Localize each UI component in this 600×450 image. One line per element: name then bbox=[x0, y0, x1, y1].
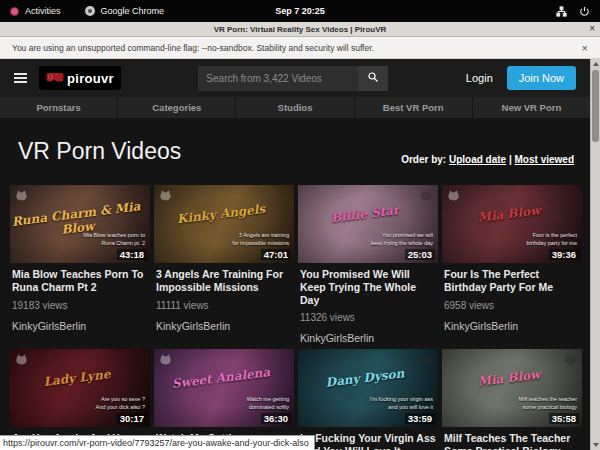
menu-icon[interactable] bbox=[14, 73, 27, 83]
system-top-bar: Activities Google Chrome Sep 7 20:25 bbox=[0, 0, 600, 22]
vr-goggles-icon bbox=[46, 69, 64, 87]
video-thumbnail[interactable]: Billie Star You promised we will keep tr… bbox=[298, 185, 438, 263]
order-by: Order by: Upload date | Most viewed bbox=[401, 154, 574, 165]
infobar-close-icon[interactable]: × bbox=[582, 42, 588, 54]
thumbnail-model-name: Billie Star bbox=[298, 199, 432, 229]
thumbnail-caption: Are you so sexe ? And your dick also ? bbox=[95, 395, 145, 412]
search-bar bbox=[198, 66, 388, 91]
duration-badge: 33:59 bbox=[405, 413, 435, 424]
thumbnail-caption: Watch me getting dominated softly bbox=[246, 395, 289, 412]
logo-text: pirouvr bbox=[67, 71, 114, 86]
scrollbar-thumb[interactable] bbox=[592, 70, 599, 142]
main-nav: Pornstars Categories Studios Best VR Por… bbox=[0, 97, 590, 118]
thumbnail-model-name: Mia Blow bbox=[442, 199, 576, 229]
studio-cat-logo-icon bbox=[14, 352, 29, 370]
studio-cat-logo-icon bbox=[158, 188, 173, 206]
studio-link[interactable]: KinkyGirlsBerlin bbox=[154, 320, 294, 332]
studio-link[interactable]: KinkyGirlsBerlin bbox=[10, 320, 150, 332]
video-title[interactable]: Milf Teaches The Teacher Some Practical … bbox=[442, 432, 582, 450]
video-card: Mia Blow Milf teaches the teacher some p… bbox=[442, 349, 582, 450]
video-grid: Runa Charm & Mia Blow Mia Blow teaches p… bbox=[10, 185, 582, 450]
studio-cat-logo-icon bbox=[158, 352, 173, 370]
nav-item-pornstars[interactable]: Pornstars bbox=[0, 97, 117, 118]
scroll-up-icon[interactable] bbox=[591, 59, 600, 69]
scrollbar[interactable] bbox=[590, 59, 600, 450]
thumbnail-model-name: Sweet Analena bbox=[154, 363, 288, 393]
power-icon[interactable] bbox=[579, 6, 590, 17]
video-card: Kinky Angels 3 Angels are training for i… bbox=[154, 185, 294, 344]
nav-item-categories[interactable]: Categories bbox=[118, 97, 235, 118]
video-card: Dany Dyson I'm fucking your virgin ass a… bbox=[298, 349, 438, 450]
duration-badge: 35:58 bbox=[549, 413, 579, 424]
studio-link[interactable]: KinkyGirlsBerlin bbox=[298, 332, 438, 344]
search-button[interactable] bbox=[358, 66, 388, 91]
video-title[interactable]: You Promised We Will Keep Trying The Who… bbox=[298, 268, 438, 306]
thumbnail-model-name: Mia Blow bbox=[442, 363, 576, 393]
video-thumbnail[interactable]: Kinky Angels 3 Angels are training for i… bbox=[154, 185, 294, 263]
duration-badge: 39:36 bbox=[549, 249, 579, 260]
video-thumbnail[interactable]: Dany Dyson I'm fucking your virgin ass a… bbox=[298, 349, 438, 427]
search-icon bbox=[367, 71, 379, 86]
clock[interactable]: Sep 7 20:25 bbox=[0, 6, 600, 16]
video-views: 6958 views bbox=[442, 300, 582, 311]
order-link-most-viewed[interactable]: Most viewed bbox=[515, 154, 574, 165]
duration-badge: 30:17 bbox=[117, 413, 147, 424]
browser-viewport: pirouvr Login Join Now bbox=[0, 59, 600, 450]
login-link[interactable]: Login bbox=[466, 72, 493, 84]
chrome-infobar: You are using an unsupported command-lin… bbox=[0, 37, 600, 59]
video-views: 19183 views bbox=[10, 300, 150, 311]
video-thumbnail[interactable]: Sweet Analena Watch me getting dominated… bbox=[154, 349, 294, 427]
thumbnail-caption: Four is the perfect birthday party for m… bbox=[527, 231, 577, 248]
infobar-message: You are using an unsupported command-lin… bbox=[12, 43, 374, 53]
video-title[interactable]: Four Is The Perfect Birthday Party For M… bbox=[442, 268, 582, 294]
site-header: pirouvr Login Join Now bbox=[0, 59, 590, 97]
page-body: VR Porn Videos Order by: Upload date | M… bbox=[0, 118, 590, 450]
screen: Activities Google Chrome Sep 7 20:25 bbox=[0, 0, 600, 450]
nav-item-new-vr-porn[interactable]: New VR Porn bbox=[473, 97, 590, 118]
status-url-tooltip: https://pirouvr.com/vr-porn-video/779325… bbox=[0, 435, 315, 450]
thumbnail-caption: 3 Angels are training for impossible mis… bbox=[232, 231, 289, 248]
video-thumbnail[interactable]: Lady Lyne Are you so sexe ? And your dic… bbox=[10, 349, 150, 427]
order-separator: | bbox=[509, 154, 512, 165]
thumbnail-caption: Mia Blow teaches porn to Runa Charm pt. … bbox=[83, 231, 145, 248]
site-logo[interactable]: pirouvr bbox=[39, 66, 121, 90]
network-icon[interactable] bbox=[556, 6, 567, 17]
duration-badge: 25:03 bbox=[405, 249, 435, 260]
thumbnail-caption: You promised we will keep trying the who… bbox=[371, 231, 433, 248]
video-thumbnail[interactable]: Mia Blow Four is the perfect birthday pa… bbox=[442, 185, 582, 263]
video-card: Billie Star You promised we will keep tr… bbox=[298, 185, 438, 344]
video-title[interactable]: Im Fucking Your Virgin Ass And You Will … bbox=[298, 432, 438, 450]
thumbnail-model-name: Kinky Angels bbox=[154, 199, 288, 229]
video-thumbnail[interactable]: Mia Blow Milf teaches the teacher some p… bbox=[442, 349, 582, 427]
thumbnail-model-name: Lady Lyne bbox=[10, 363, 144, 393]
video-thumbnail[interactable]: Runa Charm & Mia Blow Mia Blow teaches p… bbox=[10, 185, 150, 263]
thumbnail-caption: I'm fucking your virgin ass and you will… bbox=[370, 395, 433, 412]
nav-item-best-vr-porn[interactable]: Best VR Porn bbox=[355, 97, 472, 118]
video-title[interactable]: Mia Blow Teaches Porn To Runa Charm Pt 2 bbox=[10, 268, 150, 294]
order-link-upload-date[interactable]: Upload date bbox=[449, 154, 506, 165]
thumbnail-model-name: Dany Dyson bbox=[298, 363, 432, 393]
duration-badge: 47:01 bbox=[261, 249, 291, 260]
tab-title: VR Porn: Virtual Reality Sex Videos | Pi… bbox=[214, 25, 387, 34]
studio-cat-logo-icon bbox=[446, 188, 461, 206]
search-input[interactable] bbox=[198, 66, 358, 91]
video-views: 11111 views bbox=[154, 300, 294, 311]
studio-cat-logo-icon bbox=[14, 188, 29, 206]
scroll-down-icon[interactable] bbox=[591, 440, 600, 450]
video-card: Mia Blow Four is the perfect birthday pa… bbox=[442, 185, 582, 344]
video-views: 11326 views bbox=[298, 312, 438, 323]
browser-tab-strip: VR Porn: Virtual Reality Sex Videos | Pi… bbox=[0, 22, 600, 37]
studio-link[interactable]: KinkyGirlsBerlin bbox=[442, 320, 582, 332]
video-card: Runa Charm & Mia Blow Mia Blow teaches p… bbox=[10, 185, 150, 344]
duration-badge: 43:18 bbox=[117, 249, 147, 260]
page-title: VR Porn Videos bbox=[18, 138, 181, 165]
video-title[interactable]: 3 Angels Are Training For Impossible Mis… bbox=[154, 268, 294, 294]
nav-item-studios[interactable]: Studios bbox=[236, 97, 353, 118]
thumbnail-caption: Milf teaches the teacher some practical … bbox=[519, 395, 577, 412]
tab-close-icon[interactable]: × bbox=[589, 22, 595, 36]
join-now-button[interactable]: Join Now bbox=[507, 66, 576, 90]
duration-badge: 36:30 bbox=[261, 413, 291, 424]
order-by-label: Order by: bbox=[401, 154, 446, 165]
